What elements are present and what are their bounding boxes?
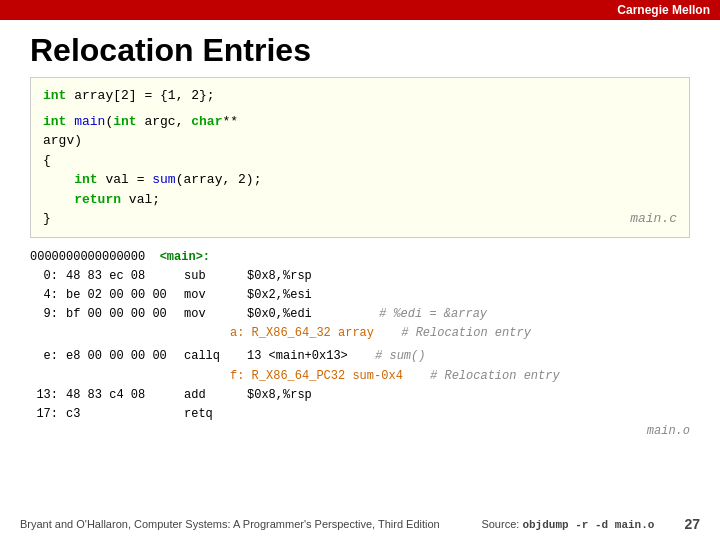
asm-row-13: 13: 48 83 c4 08 add $0x8,%rsp xyxy=(30,386,690,405)
footer-right: Source: objdump -r -d main.o 27 xyxy=(481,516,700,532)
code-line-1: int array[2] = {1, 2}; xyxy=(43,86,677,106)
page-number: 27 xyxy=(684,516,700,532)
code-line-6: return val; xyxy=(43,190,677,210)
asm-filename: main.o xyxy=(0,424,690,438)
code-line-7: } main.c xyxy=(43,209,677,229)
code-line-5: int val = sum(array, 2); xyxy=(43,170,677,190)
footer-left-text: Bryant and O'Hallaron, Computer Systems:… xyxy=(20,518,440,530)
asm-header: 0000000000000000 <main>: xyxy=(30,248,690,267)
asm-row-9: 9: bf 00 00 00 00 mov $0x0,%edi # %edi =… xyxy=(30,305,690,324)
asm-row-e: e: e8 00 00 00 00 callq 13 <main+0x13> #… xyxy=(30,347,690,366)
asm-reloc-2: f: R_X86_64_PC32 sum-0x4 # Relocation en… xyxy=(30,367,690,386)
asm-section: 0000000000000000 <main>: 0: 48 83 ec 08 … xyxy=(30,248,690,425)
footer: Bryant and O'Hallaron, Computer Systems:… xyxy=(0,516,720,532)
asm-row-17: 17: c3 retq xyxy=(30,405,690,424)
code-line-2: int main(int argc, char** xyxy=(43,112,677,132)
asm-row-0: 0: 48 83 ec 08 sub $0x8,%rsp xyxy=(30,267,690,286)
brand-label: Carnegie Mellon xyxy=(617,3,710,17)
asm-reloc-1: a: R_X86_64_32 array # Relocation entry xyxy=(30,324,690,343)
header-bar: Carnegie Mellon xyxy=(0,0,720,20)
code-box: int array[2] = {1, 2}; int main(int argc… xyxy=(30,77,690,238)
source-info: Source: objdump -r -d main.o xyxy=(481,518,654,531)
slide-title: Relocation Entries xyxy=(0,20,720,77)
code-line-3: argv) xyxy=(43,131,677,151)
asm-row-4: 4: be 02 00 00 00 mov $0x2,%esi xyxy=(30,286,690,305)
code-line-4: { xyxy=(43,151,677,171)
